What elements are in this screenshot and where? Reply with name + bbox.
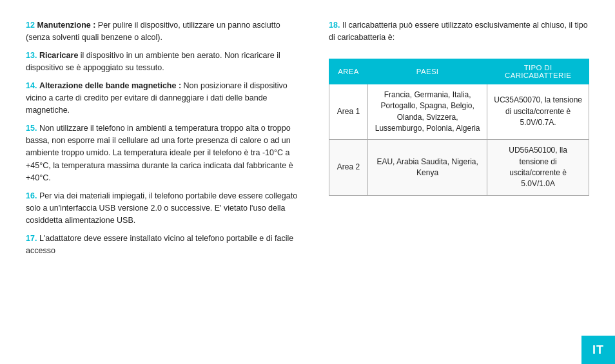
entry-text-16: Per via dei materiali impiegati, il tele… — [26, 191, 297, 225]
table-cell-tipo-2: UD56A50100, lla tensione di uscita/corre… — [487, 140, 589, 196]
it-badge: IT — [581, 336, 615, 364]
entry-14: 14. Alterazione delle bande magnetiche :… — [26, 80, 303, 117]
entry-text-15: Non utilizzare il telefono in ambienti a… — [26, 124, 293, 183]
entry-text-18: Il caricabatteria può essere utilizzato … — [329, 21, 588, 42]
left-column: 12 Manutenzione : Per pulire il disposit… — [26, 19, 303, 345]
entry-number-15: 15. — [26, 124, 37, 133]
entry-12: 12 Manutenzione : Per pulire il disposit… — [26, 19, 303, 44]
charger-table: AREA PAESI TIPO DI CARICABATTERIE Area 1… — [329, 59, 589, 196]
table-cell-paesi-2: EAU, Arabia Saudita, Nigeria, Kenya — [368, 140, 487, 196]
table-cell-area-2: Area 2 — [329, 140, 368, 196]
entry-13: 13. Ricaricare il dispositivo in un ambi… — [26, 50, 303, 75]
table-cell-area-1: Area 1 — [329, 84, 368, 140]
page-container: 12 Manutenzione : Per pulire il disposit… — [0, 0, 615, 364]
right-column: 18. Il caricabatteria può essere utilizz… — [329, 19, 589, 345]
entry-label-12: Manutenzione : — [37, 21, 95, 30]
table-cell-paesi-1: Francia, Germania, Italia, Portogallo, S… — [368, 84, 487, 140]
entry-15: 15. Non utilizzare il telefono in ambien… — [26, 122, 303, 185]
entry-number-14: 14. — [26, 81, 37, 90]
entry-17: 17. L'adattatore deve essere installato … — [26, 233, 303, 258]
entry-number-13: 13. — [26, 51, 37, 60]
entry-label-14: Alterazione delle bande magnetiche : — [39, 81, 181, 90]
entry-text-17: L'adattatore deve essere installato vici… — [26, 234, 293, 255]
entry-number-12: 12 — [26, 21, 35, 30]
table-header-tipo: TIPO DI CARICABATTERIE — [487, 59, 589, 84]
entry-number-16: 16. — [26, 191, 37, 200]
it-badge-label: IT — [592, 343, 604, 357]
table-row-2: Area 2 EAU, Arabia Saudita, Nigeria, Ken… — [329, 140, 589, 196]
entry-label-13: Ricaricare — [39, 51, 78, 60]
table-header-area: AREA — [329, 59, 368, 84]
entry-number-18: 18. — [329, 21, 340, 30]
entry-16: 16. Per via dei materiali impiegati, il … — [26, 190, 303, 227]
table-cell-tipo-1: UC35A50070, la tensione di uscita/corren… — [487, 84, 589, 140]
entry-18-intro: 18. Il caricabatteria può essere utilizz… — [329, 19, 589, 44]
table-row-1: Area 1 Francia, Germania, Italia, Portog… — [329, 84, 589, 140]
table-header-paesi: PAESI — [368, 59, 487, 84]
entry-number-17: 17. — [26, 234, 37, 243]
